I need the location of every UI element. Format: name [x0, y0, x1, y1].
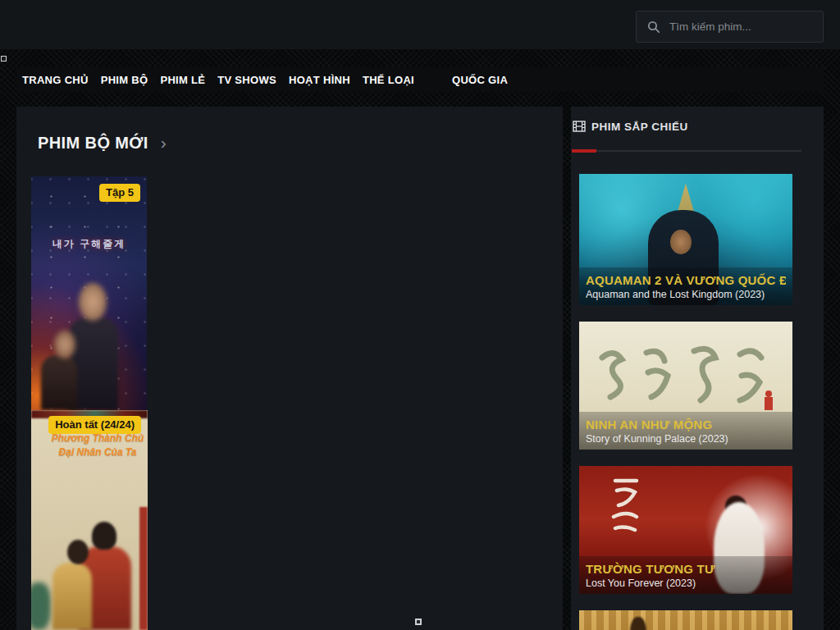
main-content-panel: PHIM BỘ MỚI › 내가 구해줄게 Tập 5 Phương Thành…: [16, 107, 563, 630]
sidebar-title: PHIM SẮP CHIẾU: [591, 121, 688, 133]
broken-image-placeholder: [415, 619, 422, 625]
nav-item-phim-bo[interactable]: PHIM BỘ: [101, 71, 148, 89]
status-badge: Hoàn tất (24/24): [48, 416, 141, 434]
upcoming-movie-card[interactable]: NINH AN NHƯ MỘNG Story of Kunning Palace…: [579, 322, 792, 450]
movie-subtitle: Story of Kunning Palace (2023): [586, 433, 786, 445]
face-shape: [92, 522, 116, 550]
page: TRANG CHỦ PHIM BỘ PHIM LẺ TV SHOWS HOẠT …: [0, 0, 840, 630]
movie-title: AQUAMAN 2 VÀ VƯƠNG QUỐC ĐÃ..: [586, 273, 786, 287]
sidebar-panel: PHIM SẮP CHIẾU AQUAMAN 2 VÀ VƯƠNG QUỐC Đ…: [571, 107, 824, 630]
chevron-right-icon[interactable]: ›: [161, 134, 167, 151]
top-bar: [0, 0, 840, 49]
search-icon: [647, 21, 660, 34]
poster-art: 내가 구해줄게: [31, 176, 147, 410]
nav-item-tv-shows[interactable]: TV SHOWS: [217, 71, 276, 89]
upcoming-movie-card[interactable]: TRƯỜNG TƯƠNG TƯ Lost You Forever (2023): [579, 466, 792, 594]
nav-item-quoc-gia[interactable]: QUỐC GIA: [452, 71, 508, 89]
face-shape: [79, 283, 107, 321]
art-shape: [31, 582, 51, 630]
search-box[interactable]: [636, 11, 824, 43]
main-nav: TRANG CHỦ PHIM BỘ PHIM LẺ TV SHOWS HOẠT …: [16, 67, 824, 92]
film-icon: [573, 120, 586, 133]
face-shape: [670, 230, 692, 254]
nav-item-trang-chu[interactable]: TRANG CHỦ: [22, 71, 89, 89]
face-shape: [54, 331, 75, 358]
upcoming-movie-card[interactable]: [579, 610, 792, 630]
card-caption: NINH AN NHƯ MỘNG Story of Kunning Palace…: [579, 412, 792, 450]
poster-art-title: 내가 구해줄게: [31, 237, 147, 251]
figure-silhouette: [41, 355, 77, 410]
divider: [572, 150, 801, 152]
movie-title: TRƯỜNG TƯƠNG TƯ: [586, 562, 786, 576]
movie-subtitle: Lost You Forever (2023): [586, 578, 786, 589]
card-caption: AQUAMAN 2 VÀ VƯƠNG QUỐC ĐÃ.. Aquaman and…: [579, 267, 792, 305]
figure-silhouette: [630, 617, 646, 630]
nav-item-the-loai[interactable]: THỂ LOẠI: [363, 71, 414, 89]
sidebar-header: PHIM SẮP CHIẾU: [573, 120, 688, 133]
calligraphy-strokes: [602, 471, 676, 545]
poster-art-title: Đại Nhân Của Ta: [48, 445, 148, 459]
movie-poster[interactable]: Phương Thành Chủ Đại Nhân Của Ta Hoàn tấ…: [31, 410, 148, 630]
page-title: PHIM BỘ MỚI: [38, 134, 148, 153]
card-art: [579, 610, 792, 630]
broken-image-placeholder: [1, 56, 7, 62]
figure-silhouette: [52, 563, 92, 630]
poster-art: Phương Thành Chủ Đại Nhân Của Ta: [31, 410, 148, 630]
card-caption: TRƯỜNG TƯƠNG TƯ Lost You Forever (2023): [579, 556, 792, 594]
face-shape: [67, 540, 89, 564]
art-shape: [139, 507, 148, 630]
section-header[interactable]: PHIM BỘ MỚI ›: [38, 134, 167, 153]
nav-item-hoat-hinh[interactable]: HOẠT HÌNH: [289, 71, 350, 89]
movie-title: NINH AN NHƯ MỘNG: [586, 418, 786, 431]
nav-item-phim-le[interactable]: PHIM LẺ: [160, 71, 205, 89]
episode-badge: Tập 5: [99, 184, 140, 202]
movie-poster[interactable]: 내가 구해줄게 Tập 5: [31, 176, 147, 410]
movie-subtitle: Aquaman and the Lost Kingdom (2023): [586, 289, 786, 300]
search-input[interactable]: [668, 20, 815, 34]
upcoming-movie-card[interactable]: AQUAMAN 2 VÀ VƯƠNG QUỐC ĐÃ.. Aquaman and…: [579, 174, 792, 305]
